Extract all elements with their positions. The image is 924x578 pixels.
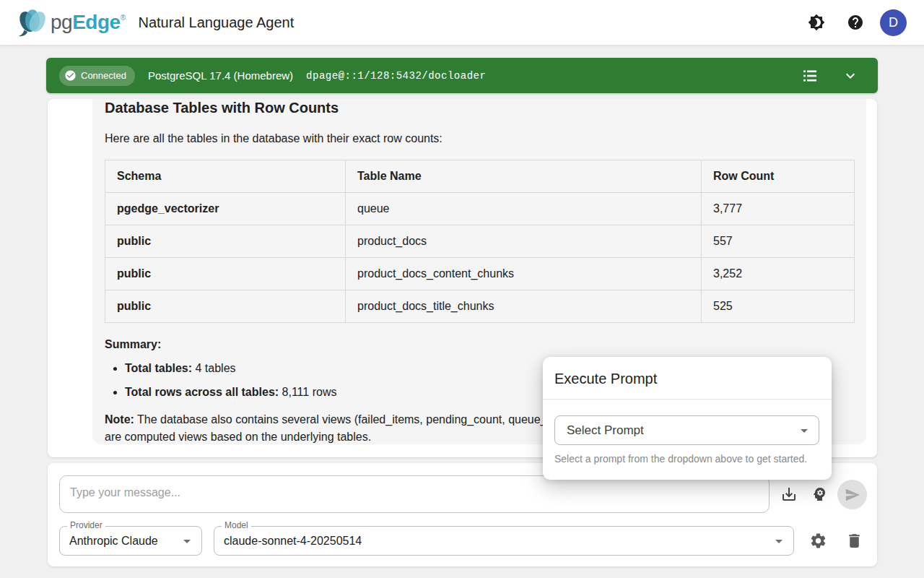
row-count-cell: 3,777 <box>702 193 855 225</box>
gear-icon <box>809 532 827 550</box>
clear-chat-button[interactable] <box>840 526 868 555</box>
connection-bar-actions <box>796 61 865 90</box>
download-icon <box>780 486 798 503</box>
model-select-label: Model <box>222 521 251 530</box>
table-name-cell: product_docs_title_chunks <box>346 290 702 323</box>
dropdown-caret-icon <box>178 532 196 550</box>
prompt-library-button[interactable] <box>805 480 834 509</box>
table-row: public product_docs_content_chunks 3,252 <box>105 258 855 290</box>
bullet-value: 8,111 rows <box>279 386 336 398</box>
dropdown-caret-icon <box>770 532 788 550</box>
list-icon <box>801 67 819 85</box>
theme-toggle-button[interactable] <box>802 8 831 37</box>
prompt-select-value: Select Prompt <box>567 423 644 438</box>
summary-heading: Summary: <box>105 336 854 353</box>
page-title: Natural Language Agent <box>139 14 295 31</box>
bullet-label: Total rows across all tables: <box>125 386 279 398</box>
execute-prompt-modal: Execute Prompt Select Prompt Select a pr… <box>543 357 832 480</box>
schema-cell: pgedge_vectorizer <box>105 193 346 225</box>
model-select[interactable]: Model claude-sonnet-4-20250514 <box>214 526 794 556</box>
modal-divider <box>543 399 832 400</box>
schema-cell: public <box>105 290 346 323</box>
row-count-cell: 557 <box>702 225 855 258</box>
server-version-label: PostgreSQL 17.4 (Homebrew) <box>148 69 293 82</box>
settings-button[interactable] <box>803 526 832 555</box>
table-name-cell: product_docs <box>346 225 702 258</box>
send-button[interactable] <box>837 480 867 509</box>
connection-string: dpage@::1/128:5432/docloader <box>306 70 486 82</box>
note-label: Note: <box>105 413 134 426</box>
message-heading: Database Tables with Row Counts <box>105 99 854 118</box>
logo-registered-mark: ® <box>121 14 126 22</box>
connection-status-label: Connected <box>81 70 126 81</box>
header-actions: D <box>802 8 907 37</box>
provider-select[interactable]: Provider Anthropic Claude <box>59 526 202 556</box>
row-count-cell: 525 <box>702 290 855 323</box>
model-select-value: claude-sonnet-4-20250514 <box>224 535 362 548</box>
brightness-icon <box>808 14 825 31</box>
pgedge-logo: pgEdge® <box>16 7 126 38</box>
download-chat-button[interactable] <box>775 480 803 509</box>
chevron-down-icon <box>842 67 859 85</box>
logo-edge: Edge <box>72 11 120 34</box>
table-row: public product_docs 557 <box>105 225 855 258</box>
row-count-cell: 3,252 <box>702 258 855 290</box>
logo-pg: pg <box>51 11 72 34</box>
message-input[interactable] <box>59 475 770 513</box>
app-header: pgEdge® Natural Language Agent D <box>0 0 924 46</box>
collapse-connection-button[interactable] <box>836 61 865 90</box>
pgedge-logo-text: pgEdge® <box>51 11 126 34</box>
psychology-icon <box>811 486 828 503</box>
provider-select-value: Anthropic Claude <box>69 535 158 548</box>
provider-select-label: Provider <box>67 521 105 530</box>
prompt-select-helper-text: Select a prompt from the dropdown above … <box>554 453 807 465</box>
help-button[interactable] <box>841 8 870 37</box>
page: pgEdge® Natural Language Agent D Connect… <box>0 0 924 578</box>
column-header-table-name: Table Name <box>346 160 702 193</box>
schema-cell: public <box>105 258 346 290</box>
table-name-cell: product_docs_content_chunks <box>346 258 702 290</box>
schema-cell: public <box>105 225 346 258</box>
help-icon <box>847 14 864 31</box>
column-header-schema: Schema <box>105 160 346 193</box>
table-row: public product_docs_title_chunks 525 <box>105 290 855 323</box>
table-header-row: Schema Table Name Row Count <box>105 160 855 193</box>
message-intro: Here are all the tables in the database … <box>105 130 854 147</box>
pgedge-logo-icon <box>16 7 49 38</box>
user-avatar[interactable]: D <box>880 9 907 36</box>
table-row: pgedge_vectorizer queue 3,777 <box>105 193 855 225</box>
table-name-cell: queue <box>346 193 702 225</box>
prompt-select[interactable]: Select Prompt <box>554 415 819 445</box>
bullet-label: Total tables: <box>125 362 192 374</box>
trash-icon <box>845 532 863 550</box>
check-circle-icon <box>64 69 77 82</box>
row-counts-table: Schema Table Name Row Count pgedge_vecto… <box>105 160 855 323</box>
bullet-value: 4 tables <box>192 362 235 374</box>
connection-details-button[interactable] <box>796 61 824 90</box>
connection-status-badge: Connected <box>59 66 135 86</box>
dropdown-caret-icon <box>796 422 813 439</box>
connection-bar: Connected PostgreSQL 17.4 (Homebrew) dpa… <box>46 58 878 93</box>
column-header-row-count: Row Count <box>702 160 855 193</box>
send-icon <box>845 487 860 503</box>
modal-title: Execute Prompt <box>543 357 832 399</box>
